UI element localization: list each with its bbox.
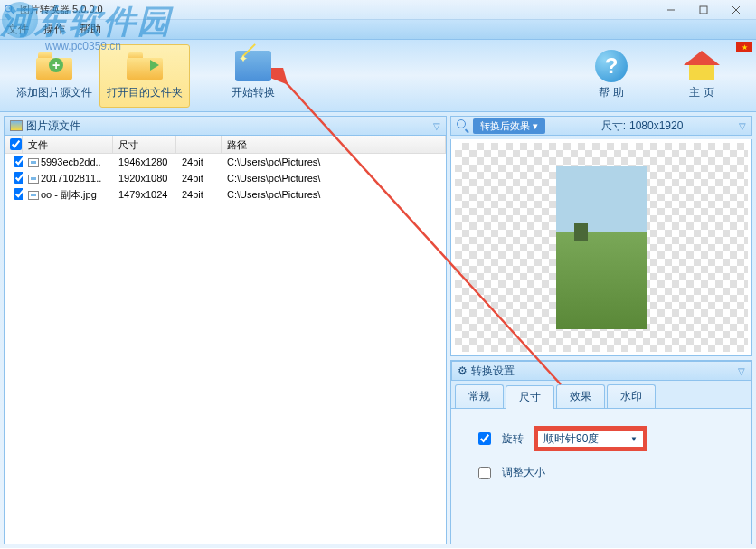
open-folder-label: 打开目的文件夹 — [107, 85, 183, 100]
menu-operate[interactable]: 操作 — [43, 22, 65, 37]
tab-watermark[interactable]: 水印 — [607, 384, 656, 408]
collapse-icon[interactable]: ▽ — [433, 121, 440, 131]
menu-bar: 文件 操作 帮助 — [0, 20, 756, 40]
settings-tabs: 常规 尺寸 效果 水印 — [451, 381, 751, 409]
tab-general[interactable]: 常规 — [455, 384, 504, 408]
magnifier-icon — [457, 119, 469, 132]
folder-plus-icon: + — [36, 52, 72, 80]
table-row[interactable]: 5993ecb2dd.. 1946x1280 24bit C:\Users\pc… — [5, 154, 446, 170]
tab-content-size: 旋转 顺时针90度▼ 调整大小 — [451, 409, 751, 513]
col-file[interactable]: 文件 — [23, 136, 113, 153]
maximize-button[interactable] — [687, 2, 720, 18]
source-panel-title: 图片源文件 — [26, 118, 80, 134]
settings-title: 转换设置 — [471, 364, 515, 379]
table-row[interactable]: oo - 副本.jpg 1479x1024 24bit C:\Users\pc\… — [5, 186, 446, 203]
image-icon — [10, 120, 23, 131]
file-icon — [28, 175, 39, 184]
home-label: 主 页 — [689, 85, 713, 100]
table-row[interactable]: 2017102811.. 1920x1080 24bit C:\Users\pc… — [5, 170, 446, 186]
dim-label: 尺寸: — [601, 118, 626, 134]
dim-value: 1080x1920 — [629, 119, 683, 132]
collapse-icon[interactable]: ▽ — [739, 121, 746, 131]
collapse-icon[interactable]: ▽ — [738, 366, 745, 376]
help-button[interactable]: ? 帮 助 — [566, 44, 657, 108]
rotate-label: 旋转 — [502, 431, 524, 447]
resize-checkbox[interactable] — [478, 467, 491, 479]
start-convert-label: 开始转换 — [232, 85, 275, 100]
home-icon — [684, 51, 720, 81]
title-bar: 图片转换器 5.0.0.0 — [0, 0, 756, 20]
help-icon: ? — [595, 50, 628, 82]
preview-tag[interactable]: 转换后效果 ▾ — [473, 118, 545, 134]
col-size[interactable]: 尺寸 — [113, 136, 176, 153]
start-convert-button[interactable]: 开始转换 — [208, 44, 298, 108]
tab-effect[interactable]: 效果 — [556, 384, 605, 408]
preview-image — [455, 143, 748, 352]
svg-rect-1 — [700, 6, 707, 14]
settings-header: ⚙ 转换设置 ▽ — [451, 361, 751, 381]
highlight-box: 顺时针90度▼ — [534, 427, 647, 450]
wand-icon — [235, 51, 271, 81]
file-icon — [28, 191, 39, 200]
preview-panel-header: 转换后效果 ▾ 尺寸: 1080x1920 ▽ — [450, 116, 752, 136]
toolbar: + 添加图片源文件 打开目的文件夹 开始转换 ? 帮 助 主 页 ★ — [0, 40, 756, 112]
rotate-checkbox[interactable] — [478, 432, 491, 445]
row-checkbox[interactable] — [14, 188, 23, 200]
help-label: 帮 助 — [599, 85, 623, 100]
list-header: 文件 尺寸 路径 — [5, 136, 446, 154]
china-flag-icon[interactable]: ★ — [736, 42, 752, 52]
rotate-dropdown[interactable]: 顺时针90度▼ — [536, 429, 645, 449]
window-title: 图片转换器 5.0.0.0 — [20, 3, 655, 16]
folder-arrow-icon — [127, 52, 163, 80]
file-list: 文件 尺寸 路径 5993ecb2dd.. 1946x1280 24bit C:… — [4, 136, 447, 544]
minimize-button[interactable] — [655, 2, 687, 18]
add-source-label: 添加图片源文件 — [16, 85, 92, 100]
tab-size[interactable]: 尺寸 — [506, 385, 554, 409]
row-checkbox[interactable] — [14, 156, 23, 167]
preview-box — [450, 139, 752, 356]
file-icon — [28, 158, 39, 167]
source-panel-header: 图片源文件 ▽ — [4, 116, 447, 136]
menu-help[interactable]: 帮助 — [80, 22, 101, 37]
add-source-button[interactable]: + 添加图片源文件 — [9, 44, 99, 108]
col-path[interactable]: 路径 — [222, 136, 446, 153]
open-folder-button[interactable]: 打开目的文件夹 — [99, 44, 190, 108]
col-checkbox[interactable] — [5, 136, 23, 153]
resize-label: 调整大小 — [502, 465, 545, 480]
col-bit[interactable] — [176, 136, 222, 153]
home-button[interactable]: 主 页 — [657, 44, 747, 108]
gear-icon: ⚙ — [458, 364, 468, 377]
row-checkbox[interactable] — [14, 172, 23, 184]
close-button[interactable] — [720, 2, 752, 18]
